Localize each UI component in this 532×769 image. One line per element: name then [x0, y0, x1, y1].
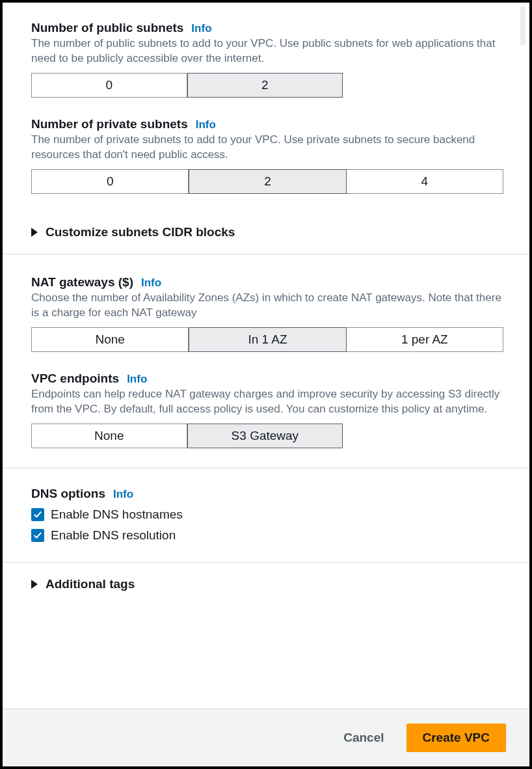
private-subnets-options: 0 2 4	[31, 169, 503, 194]
public-subnets-section: Number of public subnets Info The number…	[31, 21, 503, 98]
dns-resolution-label: Enable DNS resolution	[51, 528, 176, 543]
check-icon	[33, 531, 42, 540]
nat-option-in-1-az[interactable]: In 1 AZ	[189, 327, 346, 352]
dns-hostnames-label: Enable DNS hostnames	[51, 507, 183, 522]
check-icon	[33, 510, 42, 519]
scrollbar-hint	[520, 7, 525, 46]
cancel-button[interactable]: Cancel	[339, 724, 388, 751]
nat-option-none[interactable]: None	[31, 327, 189, 352]
customize-cidr-label: Customize subnets CIDR blocks	[46, 225, 235, 239]
vpc-endpoints-label: VPC endpoints	[31, 371, 119, 386]
nat-gateways-description: Choose the number of Availability Zones …	[31, 291, 503, 321]
dns-resolution-checkbox[interactable]	[31, 529, 44, 542]
nat-gateways-label: NAT gateways ($)	[31, 275, 133, 290]
vpc-endpoints-info-link[interactable]: Info	[127, 373, 147, 386]
private-subnets-description: The number of private subnets to add to …	[31, 133, 503, 163]
private-subnets-info-link[interactable]: Info	[196, 118, 216, 131]
public-subnets-info-link[interactable]: Info	[191, 22, 211, 35]
private-subnets-label: Number of private subnets	[31, 117, 188, 131]
public-subnets-description: The number of public subnets to add to y…	[31, 36, 503, 66]
private-subnets-option-4[interactable]: 4	[347, 169, 503, 194]
vpc-endpoints-section: VPC endpoints Info Endpoints can help re…	[31, 371, 503, 448]
public-subnets-label: Number of public subnets	[31, 21, 183, 35]
customize-cidr-expander[interactable]: Customize subnets CIDR blocks	[31, 213, 503, 242]
vpc-endpoints-options: None S3 Gateway	[31, 424, 343, 448]
dns-options-info-link[interactable]: Info	[113, 488, 133, 501]
public-subnets-option-0[interactable]: 0	[31, 73, 187, 98]
private-subnets-section: Number of private subnets Info The numbe…	[31, 117, 503, 194]
dns-options-section: DNS options Info Enable DNS hostnames En…	[31, 468, 503, 543]
nat-gateways-options: None In 1 AZ 1 per AZ	[31, 327, 503, 352]
nat-gateways-section: NAT gateways ($) Info Choose the number …	[31, 257, 503, 352]
vpc-endpoint-none[interactable]: None	[31, 424, 187, 448]
caret-right-icon	[31, 580, 38, 589]
dns-options-label: DNS options	[31, 487, 105, 501]
caret-right-icon	[31, 228, 38, 237]
additional-tags-expander[interactable]: Additional tags	[31, 563, 503, 594]
private-subnets-option-0[interactable]: 0	[31, 169, 189, 194]
nat-option-1-per-az[interactable]: 1 per AZ	[347, 327, 503, 352]
dns-hostnames-checkbox[interactable]	[31, 508, 44, 521]
public-subnets-option-2[interactable]: 2	[187, 73, 343, 98]
public-subnets-options: 0 2	[31, 73, 343, 98]
footer-actions: Cancel Create VPC	[3, 708, 529, 766]
divider	[3, 254, 529, 254]
vpc-form-content: Number of public subnets Info The number…	[3, 3, 529, 594]
private-subnets-option-2[interactable]: 2	[189, 169, 346, 194]
nat-gateways-info-link[interactable]: Info	[141, 277, 161, 290]
vpc-endpoint-s3-gateway[interactable]: S3 Gateway	[187, 424, 343, 448]
additional-tags-label: Additional tags	[46, 577, 135, 591]
vpc-endpoints-description: Endpoints can help reduce NAT gateway ch…	[31, 387, 503, 417]
create-vpc-button[interactable]: Create VPC	[406, 723, 507, 752]
